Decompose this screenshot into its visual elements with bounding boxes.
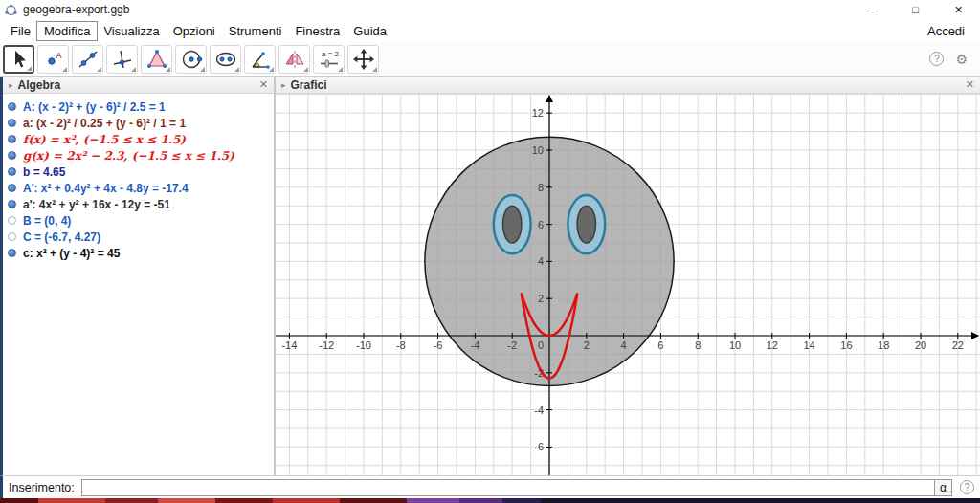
- algebra-item-text: b = 4.65: [23, 165, 65, 179]
- algebra-panel-header: ▸ Algebra ✕: [3, 77, 274, 94]
- menu-item-modifica[interactable]: Modifica: [37, 22, 97, 40]
- svg-text:-10: -10: [356, 339, 371, 351]
- algebra-item-text: c: x² + (y - 4)² = 45: [23, 247, 120, 260]
- algebra-item-text: A: (x - 2)² + (y - 6)² / 2.5 = 1: [23, 100, 166, 114]
- tool-dropdown-icon[interactable]: [97, 67, 101, 72]
- tool-dropdown-icon[interactable]: [372, 67, 377, 72]
- algebra-item[interactable]: a': 4x² + y² + 16x - 12y = -51: [3, 196, 274, 212]
- algebra-item[interactable]: A: (x - 2)² + (y - 6)² / 2.5 = 1: [3, 98, 274, 115]
- menubar: FileModificaVisualizzaOpzioniStrumentiFi…: [0, 19, 980, 42]
- tool-dropdown-icon[interactable]: [200, 67, 205, 72]
- algebra-item[interactable]: A': x² + 0.4y² + 4x - 4.8y = -17.4: [3, 180, 274, 196]
- input-bar: Inserimento: α ?: [0, 475, 980, 498]
- tool-dropdown-icon[interactable]: [166, 67, 170, 72]
- visibility-marble-icon[interactable]: [8, 232, 16, 241]
- graphics-panel-header: ▸ Grafici ✕: [276, 77, 980, 94]
- geogebra-window: geogebra-export.ggb — □ ✕ FileModificaVi…: [0, 0, 980, 503]
- taskbar-strip-segment: [273, 498, 340, 503]
- algebra-close-icon[interactable]: ✕: [259, 78, 268, 91]
- object-a'[interactable]: [503, 206, 522, 243]
- graphics-panel-title: Grafici: [291, 78, 327, 92]
- circle-tool[interactable]: [175, 45, 207, 74]
- visibility-marble-icon[interactable]: [8, 151, 16, 160]
- algebra-item-text: B = (0, 4): [23, 214, 71, 228]
- tool-dropdown-icon[interactable]: [131, 67, 136, 72]
- reflect-tool[interactable]: [278, 45, 310, 74]
- visibility-marble-icon[interactable]: [8, 184, 16, 192]
- maximize-button[interactable]: □: [894, 0, 937, 19]
- taskbar-strip-segment: [0, 498, 38, 503]
- minimize-button[interactable]: —: [851, 0, 894, 19]
- line-tool[interactable]: [72, 45, 103, 74]
- close-button[interactable]: ✕: [937, 0, 980, 19]
- algebra-item-text: a': 4x² + y² + 16x - 12y = -51: [23, 198, 170, 211]
- move-graphics-view-tool[interactable]: [347, 45, 379, 74]
- symbol-keyboard-button[interactable]: α: [935, 479, 952, 496]
- algebra-list: A: (x - 2)² + (y - 6)² / 2.5 = 1a: (x - …: [3, 94, 274, 261]
- tool-dropdown-icon[interactable]: [27, 66, 32, 71]
- tool-dropdown-icon[interactable]: [338, 67, 343, 72]
- svg-text:-4: -4: [534, 405, 544, 416]
- object-a[interactable]: [577, 206, 595, 243]
- ellipse-tool[interactable]: [210, 45, 241, 74]
- svg-text:-6: -6: [434, 339, 443, 351]
- algebra-panel-menu-icon[interactable]: ▸: [9, 80, 13, 90]
- visibility-marble-icon[interactable]: [8, 200, 16, 208]
- menu-item-opzioni[interactable]: Opzioni: [167, 22, 222, 40]
- svg-text:10: 10: [532, 144, 544, 156]
- svg-text:4: 4: [621, 339, 627, 351]
- graphics-panel-menu-icon[interactable]: ▸: [281, 80, 286, 90]
- main-area: ▸ Algebra ✕ A: (x - 2)² + (y - 6)² / 2.5…: [0, 77, 980, 475]
- visibility-marble-icon[interactable]: [8, 249, 16, 257]
- input-help-icon[interactable]: ?: [960, 480, 974, 494]
- svg-text:0: 0: [538, 339, 544, 351]
- svg-text:-14: -14: [281, 339, 297, 351]
- svg-text:2: 2: [584, 339, 590, 351]
- algebra-item[interactable]: a: (x - 2)² / 0.25 + (y - 6)² / 1 = 1: [3, 115, 274, 131]
- menu-item-guida[interactable]: Guida: [346, 22, 393, 40]
- menu-item-visualizza[interactable]: Visualizza: [97, 22, 166, 40]
- titlebar: geogebra-export.ggb — □ ✕: [0, 0, 980, 19]
- algebra-item[interactable]: b = 4.65: [3, 164, 274, 180]
- graphics-view[interactable]: -14-12-10-8-6-4-2246810121416182022-6-4-…: [276, 94, 980, 475]
- taskbar-strip-segment: [38, 498, 105, 503]
- point-tool[interactable]: A: [37, 45, 69, 74]
- algebra-item[interactable]: C = (-6.7, 4.27): [3, 229, 274, 245]
- svg-text:10: 10: [729, 339, 741, 351]
- algebra-item[interactable]: f(x) = x², (−1.5 ≤ x ≤ 1.5): [3, 131, 274, 147]
- algebra-item[interactable]: B = (0, 4): [3, 212, 274, 229]
- taskbar-strip-segment: [541, 498, 980, 503]
- algebra-item-text: g(x) = 2x² − 2.3, (−1.5 ≤ x ≤ 1.5): [23, 149, 234, 163]
- menubar-items: FileModificaVisualizzaOpzioniStrumentiFi…: [4, 22, 393, 40]
- graphics-panel: ▸ Grafici ✕ -14-12-10-8-6-4-224681012141…: [276, 77, 980, 475]
- help-icon[interactable]: ?: [929, 52, 944, 66]
- graphics-close-icon[interactable]: ✕: [966, 78, 974, 91]
- tool-dropdown-icon[interactable]: [269, 67, 274, 72]
- visibility-marble-icon[interactable]: [8, 135, 16, 143]
- menu-item-file[interactable]: File: [4, 22, 37, 40]
- input-label: Inserimento:: [9, 481, 75, 494]
- menu-item-strumenti[interactable]: Strumenti: [222, 22, 289, 40]
- command-input[interactable]: [81, 479, 935, 496]
- tool-dropdown-icon[interactable]: [303, 67, 308, 72]
- algebra-item-text: A': x² + 0.4y² + 4x - 4.8y = -17.4: [23, 182, 189, 195]
- accedi-link[interactable]: Accedi: [927, 24, 976, 38]
- menu-item-finestra[interactable]: Finestra: [288, 22, 346, 40]
- visibility-marble-icon[interactable]: [8, 102, 16, 111]
- move-tool[interactable]: [3, 45, 34, 74]
- svg-text:-12: -12: [319, 339, 334, 351]
- visibility-marble-icon[interactable]: [8, 119, 16, 127]
- visibility-marble-icon[interactable]: [8, 167, 16, 176]
- visibility-marble-icon[interactable]: [8, 216, 16, 225]
- polygon-tool[interactable]: [141, 45, 172, 74]
- perpendicular-line-tool[interactable]: [106, 45, 138, 74]
- svg-text:18: 18: [878, 339, 889, 351]
- taskbar-strip-segment: [215, 498, 273, 503]
- settings-gear-icon[interactable]: ⚙: [955, 52, 968, 67]
- angle-tool[interactable]: [244, 45, 276, 74]
- tool-dropdown-icon[interactable]: [234, 67, 239, 72]
- algebra-item[interactable]: c: x² + (y - 4)² = 45: [3, 245, 274, 261]
- slider-tool[interactable]: a = 2: [313, 45, 345, 74]
- tool-dropdown-icon[interactable]: [62, 67, 67, 72]
- algebra-item[interactable]: g(x) = 2x² − 2.3, (−1.5 ≤ x ≤ 1.5): [3, 147, 274, 164]
